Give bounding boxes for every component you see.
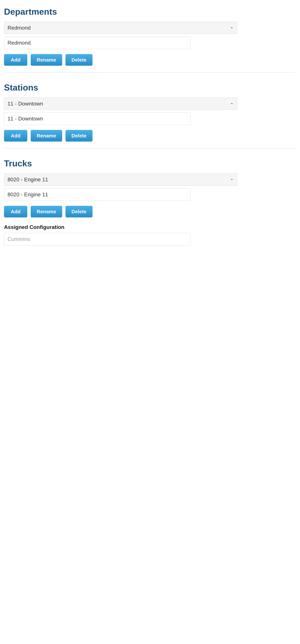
stations-section: Stations 11 - Downtown Add Rename Delete [4, 82, 296, 148]
trucks-delete-button[interactable]: Delete [66, 206, 92, 218]
trucks-btn-group: Add Rename Delete [4, 206, 296, 218]
departments-add-button[interactable]: Add [4, 54, 27, 66]
trucks-add-button[interactable]: Add [4, 206, 27, 218]
departments-rename-button[interactable]: Rename [31, 54, 62, 66]
assigned-config-label: Assigned Configuration [4, 224, 296, 230]
departments-select[interactable]: Redmond [4, 22, 237, 34]
stations-add-button[interactable]: Add [4, 130, 27, 142]
trucks-section: Trucks 8020 - Engine 11 Add Rename Delet… [4, 158, 296, 246]
stations-delete-button[interactable]: Delete [66, 130, 92, 142]
departments-divider [4, 72, 296, 72]
departments-delete-button[interactable]: Delete [66, 54, 92, 66]
assigned-config-input[interactable] [4, 233, 191, 246]
trucks-input[interactable] [4, 188, 191, 201]
departments-section: Departments Redmond Add Rename Delete [4, 7, 296, 72]
stations-btn-group: Add Rename Delete [4, 130, 296, 142]
stations-select[interactable]: 11 - Downtown [4, 98, 237, 110]
trucks-title: Trucks [4, 158, 296, 168]
departments-title: Departments [4, 7, 296, 17]
assigned-config-section: Assigned Configuration [4, 224, 296, 246]
stations-divider [4, 148, 296, 148]
departments-input[interactable] [4, 36, 191, 49]
trucks-select[interactable]: 8020 - Engine 11 [4, 173, 237, 186]
departments-btn-group: Add Rename Delete [4, 54, 296, 66]
stations-rename-button[interactable]: Rename [31, 130, 62, 142]
trucks-rename-button[interactable]: Rename [31, 206, 62, 218]
stations-input[interactable] [4, 112, 191, 125]
stations-title: Stations [4, 82, 296, 92]
